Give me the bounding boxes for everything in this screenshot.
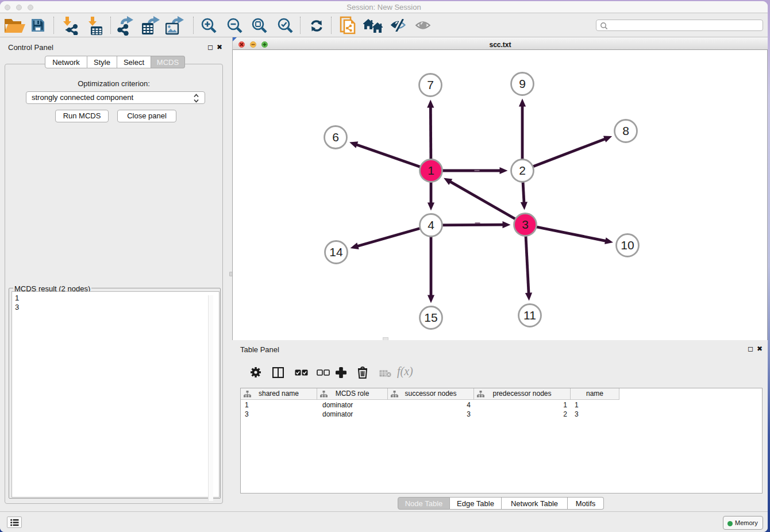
svg-text:9: 9 [519,77,526,90]
svg-text:11: 11 [523,309,536,322]
svg-text:6: 6 [332,130,339,144]
svg-text:4: 4 [428,218,434,232]
svg-text:14: 14 [329,245,343,259]
svg-text:2: 2 [519,164,526,177]
svg-text:8: 8 [622,124,629,137]
svg-text:15: 15 [424,311,437,324]
svg-text:7: 7 [427,78,434,91]
svg-text:1: 1 [428,164,434,177]
svg-text:3: 3 [522,218,529,231]
svg-text:10: 10 [621,238,634,252]
